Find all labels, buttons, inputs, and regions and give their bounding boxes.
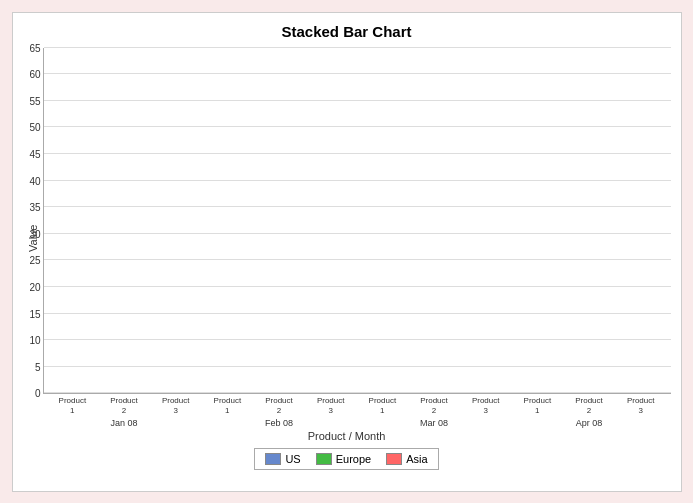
y-tick-label: 10 xyxy=(21,335,41,346)
chart-title: Stacked Bar Chart xyxy=(23,23,671,40)
y-tick-label: 35 xyxy=(21,202,41,213)
legend-color-us xyxy=(265,453,281,465)
month-label-1: Feb 08 xyxy=(265,418,293,428)
y-tick-label: 50 xyxy=(21,122,41,133)
product-label-2-0: Product1 xyxy=(358,396,408,415)
legend-item-europe: Europe xyxy=(316,453,371,465)
y-tick-label: 0 xyxy=(21,388,41,399)
y-tick-label: 55 xyxy=(21,95,41,106)
y-tick-label: 20 xyxy=(21,281,41,292)
y-tick-label: 45 xyxy=(21,148,41,159)
x-month-group-0: Product1Product2Product3Jan 08 xyxy=(48,396,201,427)
y-tick-label: 30 xyxy=(21,228,41,239)
month-label-3: Apr 08 xyxy=(576,418,603,428)
legend-label-us: US xyxy=(285,453,300,465)
products-labels: Product1Product2Product3 xyxy=(48,396,201,415)
product-label-1-1: Product2 xyxy=(254,396,304,415)
y-tick-label: 5 xyxy=(21,361,41,372)
x-month-group-3: Product1Product2Product3Apr 08 xyxy=(513,396,666,427)
x-month-group-1: Product1Product2Product3Feb 08 xyxy=(203,396,356,427)
x-month-group-2: Product1Product2Product3Mar 08 xyxy=(358,396,511,427)
grid-and-bars: 05101520253035404550556065 xyxy=(43,48,671,395)
chart-container: Stacked Bar Chart Value 0510152025303540… xyxy=(12,12,682,492)
product-label-3-0: Product1 xyxy=(513,396,563,415)
products-labels: Product1Product2Product3 xyxy=(358,396,511,415)
legend-item-us: US xyxy=(265,453,300,465)
products-labels: Product1Product2Product3 xyxy=(513,396,666,415)
legend-color-europe xyxy=(316,453,332,465)
product-label-0-1: Product2 xyxy=(99,396,149,415)
y-tick-label: 40 xyxy=(21,175,41,186)
y-tick-label: 65 xyxy=(21,42,41,53)
chart-area: Value 05101520253035404550556065 Product… xyxy=(23,48,671,428)
y-tick-label: 60 xyxy=(21,69,41,80)
product-label-1-2: Product3 xyxy=(306,396,356,415)
legend-color-asia xyxy=(386,453,402,465)
y-tick-label: 15 xyxy=(21,308,41,319)
product-label-1-0: Product1 xyxy=(203,396,253,415)
legend-label-asia: Asia xyxy=(406,453,427,465)
product-label-2-1: Product2 xyxy=(409,396,459,415)
month-label-2: Mar 08 xyxy=(420,418,448,428)
legend-item-asia: Asia xyxy=(386,453,427,465)
month-label-0: Jan 08 xyxy=(110,418,137,428)
product-label-2-2: Product3 xyxy=(461,396,511,415)
product-label-3-2: Product3 xyxy=(616,396,666,415)
bars-wrapper xyxy=(44,48,671,394)
legend: USEuropeAsia xyxy=(254,448,438,470)
chart-inner: 05101520253035404550556065 Product1Produ… xyxy=(43,48,671,428)
x-axis-labels: Product1Product2Product3Jan 08Product1Pr… xyxy=(43,396,671,427)
products-labels: Product1Product2Product3 xyxy=(203,396,356,415)
legend-label-europe: Europe xyxy=(336,453,371,465)
product-label-0-0: Product1 xyxy=(48,396,98,415)
product-label-3-1: Product2 xyxy=(564,396,614,415)
y-tick-label: 25 xyxy=(21,255,41,266)
x-axis-title: Product / Month xyxy=(23,430,671,442)
product-label-0-2: Product3 xyxy=(151,396,201,415)
